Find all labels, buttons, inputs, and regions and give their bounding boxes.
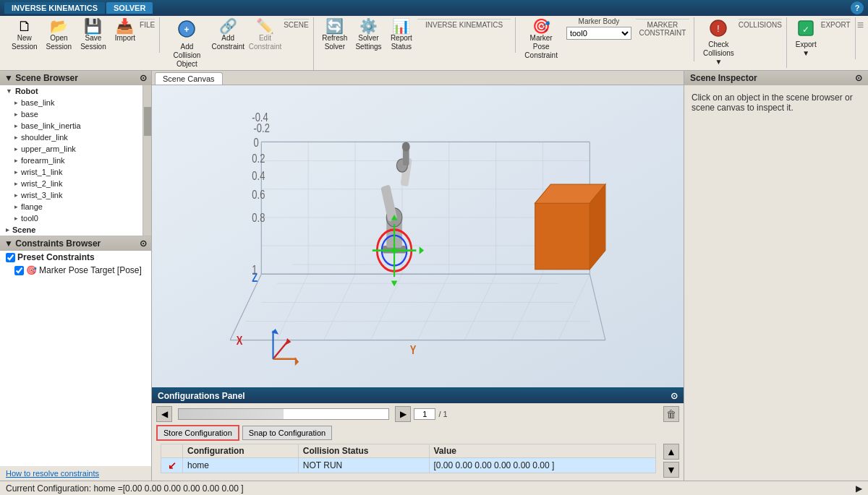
move-down-button[interactable]: ▼	[663, 462, 679, 478]
toolbar-group-scene: + Add CollisionObject 🔗 AddConstraint ✏️…	[160, 17, 313, 70]
tab-inverse-kinematics[interactable]: INVERSE KINEMATICS	[4, 2, 105, 14]
marker-pose-label: Marker Pose Target [Pose]	[39, 265, 142, 275]
marker-pose-checkbox[interactable]	[14, 266, 24, 275]
config-table-area: Configuration Collision Status Value ↙ h…	[152, 444, 684, 481]
marker-label: MarkerPose Constraint	[524, 34, 558, 60]
config-buttons: Store Configuration Snap to Configuratio…	[152, 425, 684, 444]
toolbar-group-collisions: ! CheckCollisions ▼ COLLISIONS	[694, 17, 787, 68]
tree-item-robot[interactable]: ▼Robot	[0, 85, 151, 97]
add-collision-icon: +	[176, 19, 197, 42]
configuration-table: Configuration Collision Status Value ↙ h…	[161, 444, 656, 473]
constraints-browser-options[interactable]: ⊙	[140, 238, 147, 249]
svg-text:0.6: 0.6	[252, 189, 265, 201]
report-status-icon: 📊	[392, 19, 410, 33]
tree-item-preset-constraints[interactable]: Preset Constraints	[0, 251, 151, 264]
svg-text:-0.2: -0.2	[254, 122, 270, 134]
check-collisions-label: CheckCollisions ▼	[703, 40, 734, 66]
snap-to-configuration-button[interactable]: Snap to Configuration	[242, 426, 332, 440]
toolbar: 🗋 NewSession 📂 OpenSession 💾 SaveSession…	[0, 16, 868, 71]
base-link-inertia-tri: ▸	[14, 122, 18, 129]
tree-item-wrist-3-link[interactable]: ▸wrist_3_link	[0, 189, 151, 201]
tree-item-scene[interactable]: ▸Scene	[0, 224, 151, 236]
export-button[interactable]: ✓ Export ▼	[793, 17, 820, 59]
constraints-browser-section: ▼ Constraints Browser ⊙ Preset Constrain…	[0, 236, 151, 481]
status-bar: Current Configuration: home =[0.00 0.00 …	[0, 481, 868, 495]
scene-browser-header[interactable]: ▼ Scene Browser ⊙	[0, 71, 151, 85]
config-slider[interactable]	[178, 408, 389, 420]
tree-item-upper-arm-link[interactable]: ▸upper_arm_link	[0, 143, 151, 155]
base-tri: ▸	[14, 111, 18, 118]
config-panel-title: Configurations Panel	[158, 391, 245, 401]
help-button[interactable]: ?	[851, 1, 864, 14]
toolbar-group-marker: 🎯 MarkerPose Constraint Marker Body tool…	[516, 17, 694, 61]
tree-item-forearm-link[interactable]: ▸forearm_link	[0, 155, 151, 166]
refresh-solver-icon: 🔄	[326, 19, 344, 33]
config-delete-button[interactable]: 🗑	[663, 406, 679, 422]
scene-browser-scrollbar[interactable]	[142, 85, 151, 236]
import-icon: 📥	[116, 19, 134, 33]
add-constraint-label: AddConstraint	[211, 34, 244, 51]
report-status-button[interactable]: 📊 Report Status	[387, 17, 416, 53]
svg-rect-71	[535, 203, 590, 269]
svg-text:0.2: 0.2	[252, 152, 265, 165]
check-collisions-button[interactable]: ! CheckCollisions ▼	[700, 17, 737, 68]
import-button[interactable]: 📥 Import	[112, 17, 138, 44]
upper-arm-tri: ▸	[14, 145, 18, 152]
table-row[interactable]: ↙ home NOT RUN [0.00 0.00 0.00 0.00 0.00…	[161, 458, 656, 473]
scene-inspector-header: Scene Inspector ⊙	[684, 71, 868, 85]
config-next-button[interactable]: ▶	[395, 406, 411, 422]
tree-item-wrist-2-link[interactable]: ▸wrist_2_link	[0, 178, 151, 189]
open-session-button[interactable]: 📂 OpenSession	[43, 17, 75, 53]
tree-item-shoulder-link[interactable]: ▸shoulder_link	[0, 132, 151, 143]
new-session-button[interactable]: 🗋 NewSession	[9, 17, 41, 53]
marker-body-section: Marker Body tool0	[566, 17, 631, 40]
status-bar-arrow[interactable]: ▶	[856, 483, 862, 494]
marker-body-label: Marker Body	[579, 17, 620, 25]
tab-solver[interactable]: SOLVER	[106, 2, 153, 14]
constraints-browser-header[interactable]: ▼ Constraints Browser ⊙	[0, 236, 151, 251]
tree-item-base-link-inertia[interactable]: ▸base_link_inertia	[0, 120, 151, 132]
new-session-label: NewSession	[12, 34, 38, 51]
config-panel-options[interactable]: ⊙	[671, 391, 678, 401]
move-up-button[interactable]: ▲	[663, 444, 679, 460]
how-to-link[interactable]: How to resolve constraints	[0, 466, 151, 481]
svg-text:✓: ✓	[802, 25, 809, 35]
svg-text:+: +	[184, 25, 190, 35]
save-session-button[interactable]: 💾 SaveSession	[77, 17, 109, 53]
export-group-title: EXPORT	[821, 19, 851, 29]
tree-item-base-link[interactable]: ▸base_link	[0, 97, 151, 108]
tree-item-wrist-1-link[interactable]: ▸wrist_1_link	[0, 166, 151, 178]
scene-tri: ▸	[6, 226, 9, 233]
tree-item-marker-pose-target[interactable]: 🎯 Marker Pose Target [Pose]	[0, 264, 151, 277]
config-page-input[interactable]	[414, 408, 435, 420]
tree-item-tool0[interactable]: ▸tool0	[0, 212, 151, 224]
marker-body-select[interactable]: tool0	[566, 27, 631, 40]
preset-constraints-checkbox[interactable]	[6, 253, 15, 262]
row-collision-status: NOT RUN	[298, 458, 429, 473]
scene-canvas-tab[interactable]: Scene Canvas	[155, 72, 223, 85]
scene-browser-options[interactable]: ⊙	[140, 73, 147, 83]
wrist2-tri: ▸	[14, 180, 18, 187]
scene-canvas[interactable]: Z Y X 1 0.8 0.6	[152, 85, 684, 387]
marker-pose-constraint-button[interactable]: 🎯 MarkerPose Constraint	[522, 17, 561, 61]
svg-text:X: X	[237, 335, 243, 347]
row-arrow-icon: ↙	[168, 460, 176, 471]
svg-text:0.8: 0.8	[252, 212, 265, 224]
store-configuration-button[interactable]: Store Configuration	[156, 425, 239, 441]
refresh-solver-label: Refresh Solver	[322, 34, 347, 51]
edit-constraint-button[interactable]: ✏️ EditConstraint	[248, 17, 282, 53]
add-constraint-button[interactable]: 🔗 AddConstraint	[211, 17, 245, 53]
scene-inspector-options[interactable]: ⊙	[855, 73, 862, 83]
row-configuration[interactable]: home	[183, 458, 299, 473]
toolbar-group-export: ✓ Export ▼ EXPORT	[787, 17, 856, 59]
solver-settings-button[interactable]: ⚙️ Solver Settings	[353, 17, 384, 53]
toolbar-resize-handle[interactable]: ≡	[856, 17, 865, 33]
config-prev-button[interactable]: ◀	[156, 406, 172, 422]
left-panel: ▼ Scene Browser ⊙ ▼Robot ▸base_link ▸bas…	[0, 71, 152, 481]
refresh-solver-button[interactable]: 🔄 Refresh Solver	[320, 17, 350, 53]
add-collision-object-button[interactable]: + Add CollisionObject	[166, 17, 208, 70]
marker-group-title: MARKER CONSTRAINT	[636, 19, 689, 37]
tree-item-base[interactable]: ▸base	[0, 108, 151, 120]
tree-item-flange[interactable]: ▸flange	[0, 201, 151, 212]
scene-browser-content: ▼Robot ▸base_link ▸base ▸base_link_inert…	[0, 85, 151, 236]
